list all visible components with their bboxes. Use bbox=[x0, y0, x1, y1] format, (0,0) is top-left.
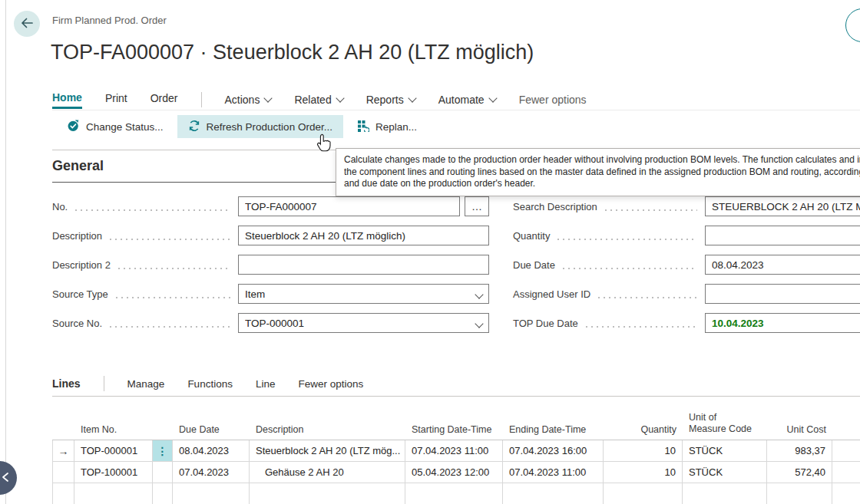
cell-quantity[interactable]: 10 bbox=[604, 440, 683, 462]
header-starting-date-time[interactable]: Starting Date-Time bbox=[405, 407, 503, 440]
menu-related[interactable]: Related bbox=[294, 94, 342, 106]
header-due-date[interactable]: Due Date bbox=[173, 407, 250, 440]
cell-due-date[interactable] bbox=[173, 483, 250, 504]
tab-print[interactable]: Print bbox=[105, 92, 127, 107]
chevron-down-icon bbox=[488, 94, 497, 102]
cursor-icon bbox=[315, 133, 332, 156]
description-input[interactable] bbox=[238, 226, 489, 245]
lines-table: Item No. Due Date Description Starting D… bbox=[52, 407, 860, 504]
header-selector bbox=[52, 407, 74, 440]
cell-unit-cost[interactable]: 572,40 bbox=[767, 462, 832, 483]
top-due-date-input[interactable] bbox=[705, 313, 860, 333]
command-menubar: Home Print Order Actions Related Reports… bbox=[52, 90, 587, 110]
breadcrumb: Firm Planned Prod. Order bbox=[52, 15, 167, 26]
collapse-pane-button[interactable] bbox=[0, 461, 17, 495]
field-label: Description bbox=[52, 230, 102, 242]
cell-item-no[interactable]: TOP-100001 bbox=[74, 462, 153, 483]
section-heading-general[interactable]: General bbox=[52, 158, 104, 174]
lines-tab[interactable]: Lines bbox=[52, 377, 81, 390]
cell-due-date[interactable]: 07.04.2023 bbox=[173, 462, 250, 483]
cell-starting-date-time[interactable]: 07.04.2023 11:00 bbox=[405, 440, 503, 462]
dotted-leader bbox=[110, 326, 230, 328]
page-title: TOP-FA000007 · Steuerblock 2 AH 20 (LTZ … bbox=[51, 41, 534, 64]
back-button[interactable] bbox=[14, 11, 40, 37]
back-arrow-icon bbox=[19, 15, 35, 33]
source-no-select[interactable] bbox=[238, 313, 489, 333]
dotted-leader bbox=[75, 209, 230, 211]
cell-overflow[interactable] bbox=[832, 440, 860, 462]
lines-menu-line[interactable]: Line bbox=[256, 378, 276, 390]
menu-actions[interactable]: Actions bbox=[225, 94, 272, 106]
chevron-down-icon bbox=[336, 94, 344, 102]
field-label: TOP Due Date bbox=[513, 318, 578, 329]
header-ending-date-time[interactable]: Ending Date-Time bbox=[503, 407, 604, 440]
header-quantity[interactable]: Quantity bbox=[604, 407, 683, 440]
row-options-cell[interactable] bbox=[153, 462, 173, 483]
cell-unit-of-measure[interactable]: STÜCK bbox=[683, 462, 767, 483]
field-row-source-no: Source No. bbox=[52, 312, 489, 334]
header-item-no[interactable]: Item No. bbox=[74, 407, 153, 440]
cell-ending-date-time[interactable] bbox=[503, 483, 604, 504]
source-no-input[interactable] bbox=[238, 313, 489, 333]
cell-quantity[interactable]: 10 bbox=[604, 462, 683, 483]
dotted-leader bbox=[605, 209, 697, 211]
header-overflow bbox=[832, 407, 860, 440]
field-row-search-description: Search Description bbox=[513, 196, 860, 217]
chevron-down-icon bbox=[264, 94, 273, 102]
row-options-button[interactable]: ⋮ bbox=[153, 440, 173, 462]
cell-unit-cost[interactable]: 983,37 bbox=[767, 440, 832, 462]
cell-description[interactable]: Gehäuse 2 AH 20 bbox=[250, 462, 405, 483]
cell-unit-of-measure[interactable]: STÜCK bbox=[683, 440, 767, 462]
field-row-description2: Description 2 bbox=[52, 254, 489, 275]
tab-home[interactable]: Home bbox=[52, 91, 82, 109]
cell-item-no[interactable]: TOP-000001 bbox=[74, 440, 153, 462]
field-row-description: Description bbox=[52, 225, 489, 246]
lines-menu-functions[interactable]: Functions bbox=[187, 378, 233, 390]
replan-icon bbox=[357, 120, 369, 134]
source-type-select[interactable] bbox=[238, 284, 489, 304]
field-label: No. bbox=[52, 201, 68, 212]
cell-description[interactable]: Steuerblock 2 AH 20 (LTZ mög... bbox=[250, 440, 405, 462]
source-type-input[interactable] bbox=[238, 284, 489, 304]
due-date-input[interactable] bbox=[705, 255, 860, 275]
chevron-left-icon bbox=[1, 472, 10, 485]
lines-divider bbox=[52, 396, 860, 397]
cell-description[interactable] bbox=[250, 483, 405, 504]
cell-overflow[interactable] bbox=[832, 483, 860, 504]
lines-section-bar: Lines Manage Functions Line Fewer option… bbox=[52, 375, 363, 392]
assist-edit-button[interactable]: … bbox=[465, 196, 489, 216]
description2-input[interactable] bbox=[238, 255, 489, 275]
field-label: Description 2 bbox=[52, 259, 111, 271]
fewer-options-button[interactable]: Fewer options bbox=[519, 94, 587, 106]
search-description-input[interactable] bbox=[705, 196, 860, 216]
cell-item-no[interactable] bbox=[74, 483, 153, 504]
menu-automate[interactable]: Automate bbox=[438, 94, 496, 106]
cell-ending-date-time[interactable]: 07.04.2023 11:00 bbox=[503, 462, 604, 483]
row-options-cell[interactable] bbox=[153, 483, 173, 504]
cell-overflow[interactable] bbox=[832, 462, 860, 483]
dotted-leader bbox=[557, 239, 697, 240]
no-input[interactable] bbox=[238, 196, 460, 216]
header-unit-cost[interactable]: Unit Cost bbox=[767, 407, 832, 440]
cell-unit-cost[interactable] bbox=[767, 483, 832, 504]
lines-fewer-options-button[interactable]: Fewer options bbox=[298, 378, 363, 390]
lines-menu-manage[interactable]: Manage bbox=[127, 378, 165, 390]
change-status-icon bbox=[67, 119, 80, 134]
cell-unit-of-measure[interactable] bbox=[683, 483, 767, 504]
assigned-user-id-input[interactable] bbox=[705, 284, 860, 304]
header-description[interactable]: Description bbox=[250, 407, 405, 440]
field-label: Assigned User ID bbox=[513, 288, 590, 300]
tab-order[interactable]: Order bbox=[150, 92, 178, 107]
quantity-input[interactable] bbox=[705, 226, 860, 245]
header-unit-of-measure: Unit of Measure Code bbox=[683, 407, 767, 440]
replan-button[interactable]: Replan... bbox=[348, 115, 426, 138]
field-label: Search Description bbox=[513, 201, 597, 212]
change-status-button[interactable]: Change Status... bbox=[58, 115, 173, 138]
assistant-icon[interactable]: ✎ bbox=[845, 8, 860, 42]
cell-ending-date-time[interactable]: 07.04.2023 16:00 bbox=[503, 440, 604, 462]
cell-starting-date-time[interactable]: 05.04.2023 12:00 bbox=[405, 462, 503, 483]
cell-quantity[interactable] bbox=[604, 483, 683, 504]
menu-reports[interactable]: Reports bbox=[366, 94, 415, 106]
cell-due-date[interactable]: 08.04.2023 bbox=[173, 440, 250, 462]
cell-starting-date-time[interactable] bbox=[405, 483, 503, 504]
